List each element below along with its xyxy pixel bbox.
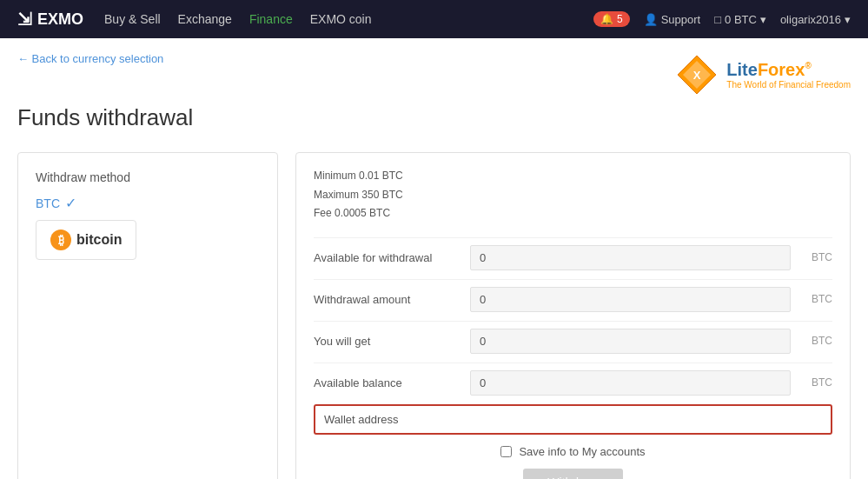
svg-text:X: X [693, 69, 701, 82]
username-label: oligarix2016 [780, 13, 841, 26]
support-link[interactable]: 👤 Support [644, 13, 701, 26]
limit-fee: Fee 0.0005 BTC [314, 204, 832, 223]
wallet-chevron-icon: ▾ [760, 13, 766, 26]
page-container: ← Back to currency selection X LiteForex… [0, 38, 868, 479]
nav-right: 🔔 5 👤 Support □ 0 BTC ▾ oligarix2016 ▾ [593, 11, 851, 27]
user-menu[interactable]: oligarix2016 ▾ [780, 13, 851, 26]
available-withdrawal-value-box: 0 BTC [470, 245, 832, 270]
nav-finance[interactable]: Finance [249, 12, 293, 26]
left-panel: Withdraw method BTC ✓ ₿ bitcoin [17, 152, 278, 479]
withdrawal-amount-currency: BTC [798, 293, 832, 305]
limits-info: Minimum 0.01 BTC Maximum 350 BTC Fee 0.0… [314, 167, 832, 223]
available-balance-label: Available balance [314, 376, 470, 389]
save-info-row: Save info to My accounts [314, 445, 832, 458]
liteforex-logo: X LiteForex® The World of Financial Free… [674, 52, 851, 97]
nav-links: Buy & Sell Exchange Finance EXMO coin [104, 12, 573, 26]
withdraw-button[interactable]: Withdraw [523, 469, 622, 479]
nav-buy-sell[interactable]: Buy & Sell [104, 12, 161, 26]
bitcoin-logo-icon: ₿ [50, 230, 71, 250]
limit-minimum: Minimum 0.01 BTC [314, 167, 832, 186]
you-will-get-label: You will get [314, 335, 470, 348]
withdrawal-amount-value-box: BTC [470, 287, 832, 312]
support-label: Support [661, 13, 701, 26]
wallet-address-input[interactable] [480, 413, 822, 426]
wallet-address-label: Wallet address [324, 413, 480, 426]
available-for-withdrawal-row: Available for withdrawal 0 BTC [314, 237, 832, 277]
you-will-get-value: 0 [470, 329, 791, 354]
available-balance-row: Available balance 0 BTC [314, 363, 832, 402]
available-withdrawal-currency: BTC [798, 251, 832, 263]
liteforex-tagline: The World of Financial Freedom [726, 80, 851, 90]
method-label: Withdraw method [36, 170, 260, 184]
content-row: Withdraw method BTC ✓ ₿ bitcoin Minimum … [17, 152, 851, 479]
trademark: ® [805, 61, 811, 70]
you-will-get-row: You will get 0 BTC [314, 321, 832, 361]
liteforex-text: LiteForex® The World of Financial Freedo… [726, 59, 851, 90]
withdrawal-amount-input[interactable] [470, 287, 791, 312]
page-title: Funds withdrawal [17, 104, 851, 131]
logo[interactable]: ⇲ EXMO [17, 9, 83, 30]
you-will-get-currency: BTC [798, 335, 832, 347]
check-icon: ✓ [65, 195, 76, 211]
bitcoin-label: bitcoin [76, 232, 122, 248]
save-info-checkbox[interactable] [500, 446, 512, 457]
notification-button[interactable]: 🔔 5 [593, 11, 630, 27]
nav-exchange[interactable]: Exchange [178, 12, 232, 26]
back-link[interactable]: ← Back to currency selection [17, 52, 163, 65]
withdrawal-amount-label: Withdrawal amount [314, 293, 470, 306]
wallet-balance[interactable]: □ 0 BTC ▾ [714, 13, 766, 26]
wallet-address-row: Wallet address [314, 404, 832, 435]
available-balance-currency: BTC [798, 376, 832, 389]
limit-maximum: Maximum 350 BTC [314, 186, 832, 205]
you-will-get-value-box: 0 BTC [470, 329, 832, 354]
liteforex-diamond-icon: X [674, 52, 719, 97]
selected-method: BTC ✓ [36, 195, 260, 211]
top-row: ← Back to currency selection X LiteForex… [17, 38, 851, 97]
available-balance-value-box: 0 BTC [470, 370, 832, 396]
bitcoin-method-button[interactable]: ₿ bitcoin [36, 220, 136, 260]
logo-icon: ⇲ [17, 9, 32, 30]
wallet-icon: □ [714, 13, 721, 26]
available-balance-value: 0 [470, 370, 791, 396]
save-info-label: Save info to My accounts [519, 445, 645, 458]
navbar: ⇲ EXMO Buy & Sell Exchange Finance EXMO … [0, 0, 868, 38]
right-panel: Minimum 0.01 BTC Maximum 350 BTC Fee 0.0… [295, 152, 851, 479]
liteforex-name: LiteForex® [726, 59, 851, 80]
notification-count: 5 [617, 13, 623, 25]
nav-exmo-coin[interactable]: EXMO coin [310, 12, 372, 26]
wallet-label: 0 BTC [725, 13, 757, 26]
selected-method-name: BTC [36, 196, 60, 210]
support-icon: 👤 [644, 13, 658, 26]
available-withdrawal-value: 0 [470, 245, 791, 270]
logo-text: EXMO [37, 10, 83, 29]
withdrawal-amount-row: Withdrawal amount BTC [314, 279, 832, 319]
user-chevron-icon: ▾ [845, 13, 851, 26]
available-withdrawal-label: Available for withdrawal [314, 251, 470, 264]
